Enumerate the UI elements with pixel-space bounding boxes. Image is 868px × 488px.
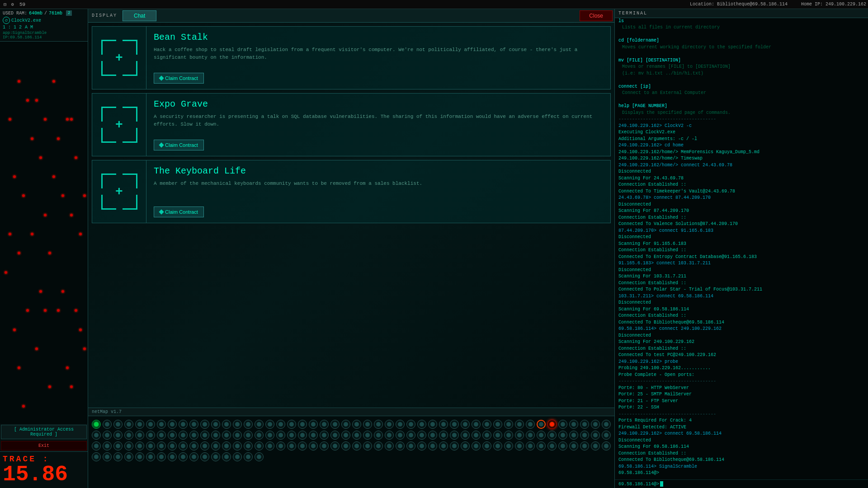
netmap-node[interactable] — [233, 431, 242, 440]
netmap-node[interactable] — [591, 420, 600, 429]
netmap-node[interactable] — [135, 441, 144, 450]
netmap-node[interactable] — [591, 441, 600, 450]
netmap-node[interactable] — [179, 431, 188, 440]
netmap-node[interactable] — [547, 431, 557, 440]
netmap-node[interactable] — [233, 452, 242, 461]
netmap-node[interactable] — [179, 441, 188, 450]
netmap-node[interactable] — [428, 420, 437, 429]
netmap-node[interactable] — [461, 431, 470, 440]
netmap-node[interactable] — [265, 441, 274, 450]
netmap-node[interactable] — [330, 431, 340, 440]
netmap-node[interactable] — [200, 431, 209, 440]
netmap-node[interactable] — [157, 420, 166, 429]
netmap-node[interactable] — [406, 441, 415, 450]
netmap-node[interactable] — [124, 452, 133, 461]
netmap-node[interactable] — [493, 420, 502, 429]
netmap-node[interactable] — [113, 420, 123, 429]
netmap-node[interactable] — [482, 441, 491, 450]
netmap-node[interactable] — [265, 431, 274, 440]
netmap-node[interactable] — [124, 441, 133, 450]
netmap-node[interactable] — [320, 431, 329, 440]
netmap-node[interactable] — [352, 431, 361, 440]
netmap-node[interactable] — [189, 452, 198, 461]
netmap-node[interactable] — [450, 431, 459, 440]
netmap-node[interactable] — [580, 441, 589, 450]
netmap-node[interactable] — [472, 431, 481, 440]
netmap-node[interactable] — [157, 431, 166, 440]
exit-button[interactable]: Exit — [1, 441, 87, 450]
admin-access-bar[interactable]: [ Administrator Access Required ] — [1, 425, 87, 439]
netmap-node[interactable] — [244, 431, 253, 440]
netmap-node[interactable] — [244, 452, 253, 461]
netmap-node[interactable] — [569, 431, 578, 440]
netmap-node[interactable] — [92, 452, 101, 461]
netmap-node[interactable] — [472, 420, 481, 429]
netmap-node[interactable] — [113, 431, 123, 440]
netmap-node[interactable] — [309, 420, 318, 429]
netmap-node[interactable] — [179, 452, 188, 461]
netmap-node[interactable] — [504, 441, 513, 450]
netmap-node[interactable] — [92, 420, 101, 429]
netmap-node[interactable] — [222, 441, 231, 450]
netmap-node[interactable] — [189, 441, 198, 450]
netmap-node[interactable] — [211, 431, 220, 440]
netmap-node[interactable] — [482, 420, 491, 429]
netmap-node[interactable] — [547, 441, 557, 450]
netmap-node[interactable] — [374, 420, 383, 429]
netmap-node[interactable] — [602, 431, 611, 440]
netmap-node[interactable] — [439, 441, 448, 450]
netmap-node[interactable] — [558, 420, 567, 429]
netmap-node[interactable] — [298, 431, 307, 440]
netmap-node[interactable] — [320, 441, 329, 450]
netmap-node[interactable] — [385, 431, 394, 440]
netmap-node[interactable] — [298, 420, 307, 429]
netmap-node[interactable] — [330, 441, 340, 450]
netmap-node[interactable] — [276, 441, 285, 450]
netmap-node[interactable] — [103, 420, 112, 429]
netmap-node[interactable] — [385, 441, 394, 450]
netmap-node[interactable] — [580, 420, 589, 429]
netmap-node[interactable] — [504, 431, 513, 440]
netmap-node[interactable] — [363, 431, 372, 440]
netmap-node[interactable] — [439, 431, 448, 440]
netmap-node[interactable] — [146, 431, 155, 440]
netmap-node[interactable] — [124, 431, 133, 440]
netmap-node[interactable] — [526, 431, 535, 440]
minimize-icon[interactable]: ⊟ — [2, 1, 8, 8]
netmap-node[interactable] — [482, 431, 491, 440]
netmap-node[interactable] — [287, 431, 296, 440]
netmap-node[interactable] — [450, 420, 459, 429]
netmap-node[interactable] — [244, 441, 253, 450]
netmap-node[interactable] — [417, 431, 426, 440]
netmap-node[interactable] — [439, 420, 448, 429]
netmap-node[interactable] — [569, 441, 578, 450]
netmap-node[interactable] — [276, 420, 285, 429]
netmap-node[interactable] — [547, 420, 557, 429]
netmap-node[interactable] — [569, 420, 578, 429]
netmap-node[interactable] — [591, 431, 600, 440]
netmap-node[interactable] — [537, 420, 546, 429]
netmap-node[interactable] — [146, 452, 155, 461]
netmap-node[interactable] — [363, 420, 372, 429]
netmap-node[interactable] — [352, 420, 361, 429]
netmap-node[interactable] — [406, 420, 415, 429]
netmap-node[interactable] — [255, 431, 264, 440]
netmap-node[interactable] — [255, 420, 264, 429]
netmap-node[interactable] — [157, 452, 166, 461]
netmap-node[interactable] — [200, 420, 209, 429]
netmap-node[interactable] — [211, 452, 220, 461]
netmap-node[interactable] — [602, 420, 611, 429]
netmap-node[interactable] — [309, 441, 318, 450]
netmap-node[interactable] — [396, 420, 405, 429]
netmap-node[interactable] — [515, 420, 524, 429]
netmap-node[interactable] — [580, 431, 589, 440]
netmap-node[interactable] — [450, 441, 459, 450]
netmap-node[interactable] — [265, 420, 274, 429]
netmap-node[interactable] — [330, 420, 340, 429]
netmap-node[interactable] — [222, 452, 231, 461]
netmap-node[interactable] — [374, 441, 383, 450]
netmap-node[interactable] — [124, 420, 133, 429]
netmap-node[interactable] — [168, 431, 177, 440]
netmap-node[interactable] — [493, 441, 502, 450]
netmap-node[interactable] — [222, 420, 231, 429]
